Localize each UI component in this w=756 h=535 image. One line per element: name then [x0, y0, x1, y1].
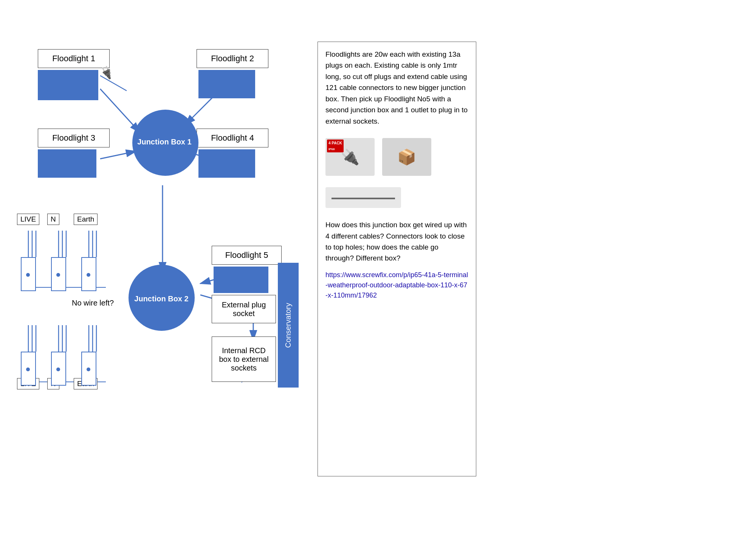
wire-box-earth-1 [81, 257, 96, 291]
terminal-strip-image: ▬▬▬▬▬▬▬▬▬▬▬▬ [325, 187, 401, 208]
earth-label-top: Earth [74, 214, 98, 225]
connector-image: 4 PACKIP68 🔌 [325, 138, 375, 176]
floodlight1-label: Floodlight 1 [38, 49, 110, 68]
wire-box-n-1 [51, 257, 66, 291]
floodlight1-rect [38, 70, 98, 100]
n-label-top: N [47, 214, 59, 225]
junction-box1-label: Junction Box 1 [125, 125, 204, 159]
wire-box-earth-2 [81, 352, 96, 386]
floodlight2-label: Floodlight 2 [197, 49, 268, 68]
internal-rcd-label: Internal RCD box to external sockets [212, 337, 276, 382]
wire-box-live-1 [21, 257, 36, 291]
floodlight5-rect [214, 267, 268, 293]
info-link-text: https://www.screwfix.com/p/ip65-41a-5-te… [325, 270, 468, 301]
junction-box-image: 📦 [382, 138, 431, 176]
info-panel: Floodlights are 20w each with existing 1… [318, 42, 476, 476]
wire-box-live-2 [21, 352, 36, 386]
no-wire-label: No wire left? [72, 299, 114, 307]
live-label-top: LIVE [17, 214, 39, 225]
conservatory-label: Conservatory [284, 303, 293, 348]
floodlight4-label: Floodlight 4 [197, 129, 268, 147]
floodlight4-rect [198, 149, 255, 178]
external-plug-label: External plug socket [212, 295, 276, 323]
info-main-text: Floodlights are 20w each with existing 1… [325, 49, 468, 127]
info-question-text: How does this junction box get wired up … [325, 219, 468, 264]
floodlight3-label: Floodlight 3 [38, 129, 110, 147]
floodlight5-label: Floodlight 5 [212, 246, 282, 265]
wire-box-n-2 [51, 352, 66, 386]
junction-box2-label: Junction Box 2 [122, 282, 201, 316]
floodlight2-rect [198, 70, 255, 98]
floodlight3-rect [38, 149, 96, 178]
conservatory-box: Conservatory [278, 263, 299, 388]
